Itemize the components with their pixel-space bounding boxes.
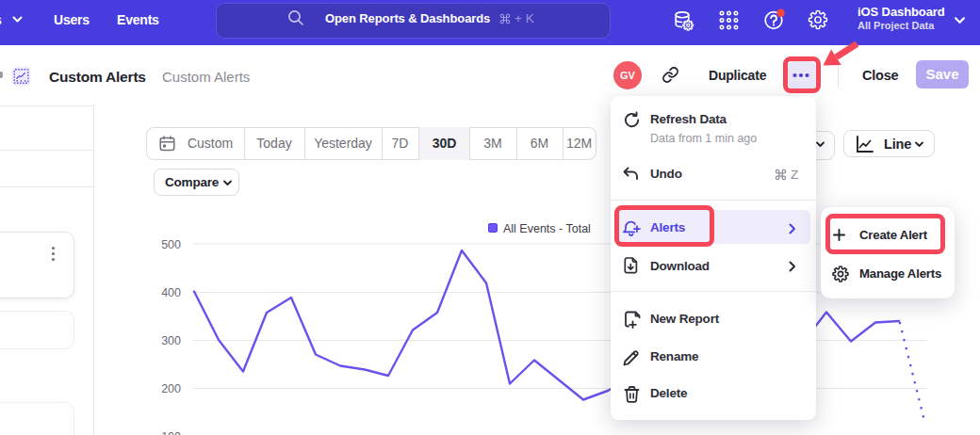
svg-text:400: 400	[161, 286, 181, 299]
svg-text:300: 300	[161, 334, 181, 347]
svg-text:200: 200	[161, 382, 181, 395]
svg-text:100: 100	[161, 430, 181, 435]
svg-text:500: 500	[161, 238, 181, 251]
